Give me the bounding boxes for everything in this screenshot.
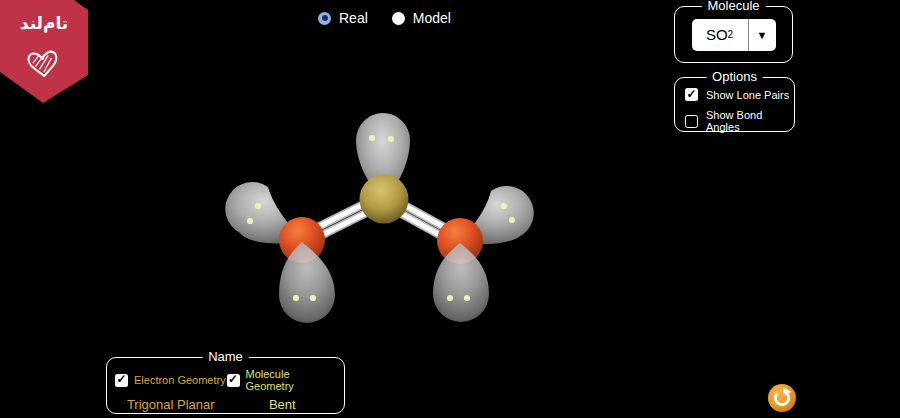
reset-button[interactable] (768, 384, 796, 412)
name-panel-title: Name (202, 349, 249, 366)
molecule-panel-title: Molecule (701, 0, 765, 15)
molecule-geometry-checkbox[interactable]: ✓ Molecule Geometry (227, 368, 339, 392)
electron-geometry-label: Electron Geometry (134, 374, 226, 386)
checkbox-checked-icon[interactable]: ✓ (115, 374, 128, 387)
molecule-dropdown[interactable]: SO2 ▼ (692, 19, 776, 51)
molecule-dropdown-value[interactable]: SO2 (692, 19, 748, 51)
electron-geometry-value: Trigonal Planar (115, 397, 227, 412)
name-panel: Name ✓ Electron Geometry ✓ Molecule Geom… (106, 357, 345, 414)
electron-geometry-checkbox[interactable]: ✓ Electron Geometry (115, 368, 227, 392)
formula-text: SO (706, 26, 728, 43)
checkbox-checked-icon[interactable]: ✓ (227, 374, 240, 387)
reset-icon (768, 384, 796, 412)
checkbox-checked-icon[interactable]: ✓ (685, 88, 698, 101)
checkmark-icon: ✓ (116, 373, 126, 385)
molecule-geometry-label: Molecule Geometry (246, 368, 339, 392)
heart-icon (25, 47, 62, 80)
show-lone-pairs-checkbox[interactable]: ✓ Show Lone Pairs (685, 88, 794, 101)
brand-name: تام‌لند (0, 13, 88, 33)
radio-selected-icon[interactable] (318, 12, 331, 25)
options-panel: Options ✓ Show Lone Pairs ✓ Show Bond An… (674, 77, 795, 132)
radio-real[interactable]: Real (318, 10, 368, 26)
checkbox-unchecked-icon[interactable]: ✓ (685, 115, 698, 128)
show-bond-angles-label: Show Bond Angles (706, 109, 794, 133)
radio-model-label: Model (413, 10, 451, 26)
checkmark-icon: ✓ (228, 373, 238, 385)
simulation-canvas: تام‌لند Real Model Molecule SO2 (0, 0, 900, 418)
view-mode-toggle: Real Model (318, 10, 451, 26)
show-lone-pairs-label: Show Lone Pairs (706, 89, 789, 101)
show-bond-angles-checkbox[interactable]: ✓ Show Bond Angles (685, 109, 794, 133)
molecule-panel: Molecule SO2 ▼ (674, 6, 793, 63)
dropdown-arrow-icon[interactable]: ▼ (749, 19, 776, 51)
radio-unselected-icon[interactable] (392, 12, 405, 25)
radio-model[interactable]: Model (392, 10, 451, 26)
checkmark-icon: ✓ (686, 88, 696, 100)
sulfur-atom[interactable] (360, 175, 409, 224)
radio-real-label: Real (339, 10, 368, 26)
lone-pair-lobe[interactable] (433, 243, 489, 322)
options-panel-title: Options (706, 69, 763, 86)
molecule-geometry-value: Bent (227, 397, 339, 412)
